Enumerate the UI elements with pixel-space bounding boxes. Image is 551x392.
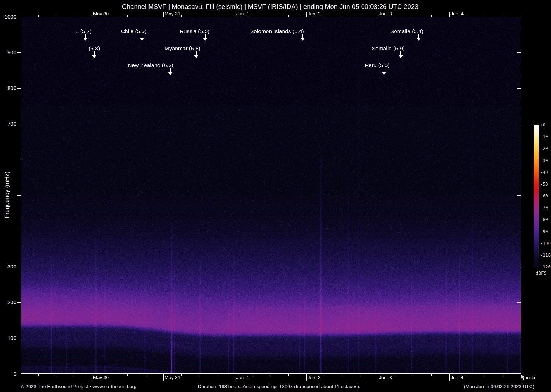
axis-tick-top — [378, 12, 378, 17]
page-title: Channel MSVF | Monasavu, Fiji (seismic) … — [0, 3, 540, 11]
axis-tick-top — [324, 15, 324, 17]
plot-frame — [21, 17, 521, 374]
axis-tick-bottom — [146, 374, 146, 376]
axis-tick-top — [181, 15, 182, 17]
axis-tick-left — [17, 374, 21, 374]
axis-tick-top — [467, 15, 467, 17]
y-tick-label: 1000 — [3, 14, 16, 20]
x-tick-label-top: May 31 — [165, 11, 180, 16]
axis-tick-top — [217, 15, 217, 17]
x-tick-label-top: May 30 — [93, 11, 109, 16]
y-tick-label: 900 — [3, 49, 16, 55]
earthquake-arrow-head — [168, 72, 172, 75]
axis-tick-bottom — [217, 374, 217, 376]
axis-tick-left — [17, 160, 21, 160]
colorbar-tick-label: -70 — [540, 205, 548, 210]
y-tick-label: 800 — [3, 85, 16, 91]
earthquake-label: Myanmar (5.8) — [165, 45, 201, 52]
axis-tick-top — [414, 15, 414, 17]
x-tick-label-bottom: May 31 — [165, 375, 180, 380]
axis-tick-bottom — [467, 374, 467, 376]
colorbar-tick-label: +0 — [540, 122, 545, 127]
axis-tick-bottom — [235, 374, 235, 381]
earthquake-arrow-head — [194, 55, 198, 58]
colorbar-tick-label: -10 — [540, 134, 548, 139]
axis-tick-top — [485, 15, 485, 17]
axis-tick-top — [396, 15, 396, 17]
axis-tick-top — [56, 15, 56, 17]
axis-tick-bottom — [449, 374, 450, 381]
earthquake-label: ... (5.7) — [74, 28, 92, 35]
axis-tick-left — [17, 52, 21, 53]
axis-tick-right — [517, 160, 521, 160]
axis-tick-top — [163, 12, 164, 17]
axis-tick-bottom — [127, 374, 128, 376]
axis-tick-right — [517, 195, 521, 196]
y-tick-label: 100 — [3, 335, 16, 341]
axis-tick-right — [517, 338, 521, 338]
axis-tick-top — [449, 12, 450, 17]
axis-tick-left — [17, 302, 21, 303]
axis-tick-top — [431, 15, 432, 17]
axis-tick-top — [127, 15, 128, 17]
axis-tick-bottom — [360, 374, 360, 376]
axis-tick-bottom — [38, 374, 39, 376]
axis-tick-top — [306, 12, 307, 17]
axis-tick-right — [517, 267, 521, 267]
axis-tick-bottom — [92, 374, 92, 381]
earthquake-label: (5.8) — [89, 45, 100, 52]
axis-tick-top — [110, 15, 110, 17]
colorbar-tick-label: -40 — [540, 170, 548, 175]
axis-tick-right — [517, 88, 521, 89]
axis-tick-bottom — [253, 374, 253, 376]
y-axis-title: Frequency (mHz) — [4, 159, 11, 231]
axis-tick-top — [92, 12, 92, 17]
mouse-cursor-icon — [521, 373, 526, 381]
colorbar-tick-label: -60 — [540, 193, 548, 198]
axis-tick-top — [360, 15, 360, 17]
axis-tick-top — [199, 15, 199, 17]
earthquake-label: Somalia (5.9) — [372, 45, 405, 52]
axis-tick-top — [146, 15, 146, 17]
earthquake-arrow-head — [140, 38, 144, 41]
axis-tick-right — [517, 52, 521, 53]
colorbar-tick-label: -110 — [540, 252, 551, 258]
x-tick-label-top: Jun 1 — [236, 11, 249, 16]
earthquake-arrow-head — [382, 72, 386, 75]
x-tick-label-top: Jun 2 — [308, 11, 321, 16]
colorbar-tick-label: -80 — [540, 217, 548, 222]
spectrogram-page: Channel MSVF | Monasavu, Fiji (seismic) … — [0, 0, 551, 392]
axis-tick-bottom — [414, 374, 414, 376]
x-tick-label-bottom: May 30 — [93, 375, 109, 380]
earthquake-label: New Zealand (6.3) — [128, 62, 173, 69]
axis-tick-bottom — [485, 374, 485, 376]
earthquake-label: Solomon Islands (5.4) — [250, 28, 304, 35]
axis-tick-top — [235, 12, 235, 17]
colorbar-tick-label: -120 — [540, 264, 551, 270]
x-tick-label-bottom: Jun 3 — [379, 375, 392, 380]
axis-tick-bottom — [199, 374, 199, 376]
axis-tick-bottom — [56, 374, 56, 376]
axis-tick-top — [253, 15, 253, 17]
axis-tick-top — [271, 15, 271, 17]
axis-tick-right — [517, 231, 521, 231]
axis-tick-left — [17, 231, 21, 231]
y-tick-label: 700 — [3, 121, 16, 127]
axis-tick-left — [17, 338, 21, 338]
axis-tick-top — [503, 15, 503, 17]
earthquake-arrow-head — [92, 55, 96, 58]
earthquake-arrow-head — [203, 38, 207, 41]
earthquake-arrow-head — [399, 55, 403, 58]
earthquake-arrow-head — [416, 38, 421, 41]
x-tick-label-top: Jun 4 — [450, 11, 464, 16]
earthquake-label: Peru (5.5) — [365, 62, 390, 69]
axis-tick-bottom — [271, 374, 271, 376]
earthquake-label: Chile (5.5) — [121, 28, 147, 35]
axis-tick-right — [517, 17, 521, 17]
footer-timestamp: (Mon Jun 5 00:03:26 2023 UTC) — [464, 384, 534, 389]
y-tick-label: 300 — [3, 263, 16, 270]
axis-tick-left — [17, 17, 21, 17]
axis-tick-right — [517, 302, 521, 303]
axis-tick-bottom — [110, 374, 110, 376]
y-tick-label: 200 — [3, 299, 16, 305]
